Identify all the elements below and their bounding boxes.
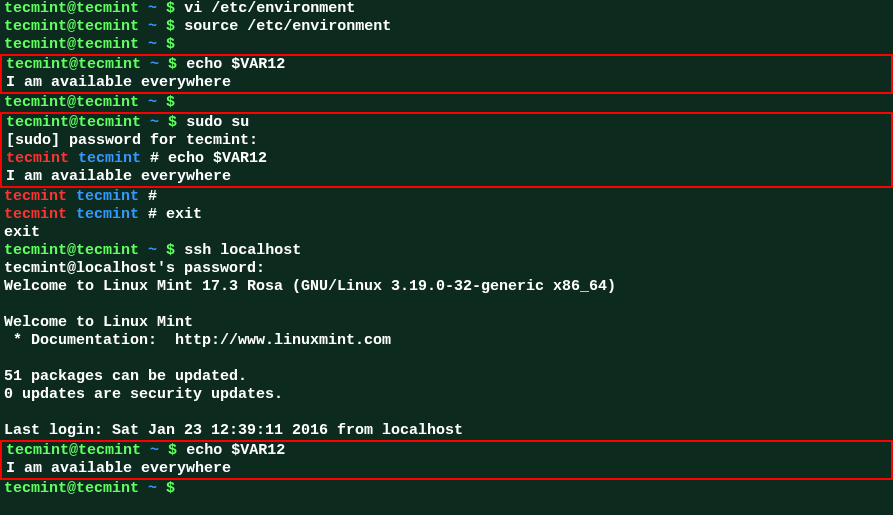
terminal-line: tecmint@tecmint ~ $ sudo su xyxy=(2,114,891,132)
terminal-output: 51 packages can be updated. xyxy=(0,368,893,386)
terminal-line: tecmint@tecmint ~ $ echo $VAR12 xyxy=(2,442,891,460)
terminal-line: tecmint@tecmint ~ $ vi /etc/environment xyxy=(0,0,893,18)
command-text: exit xyxy=(166,206,202,223)
terminal-line: tecmint@tecmint ~ $ echo $VAR12 xyxy=(2,56,891,74)
command-text: echo $VAR12 xyxy=(186,56,285,73)
highlight-box-1: tecmint@tecmint ~ $ echo $VAR12 I am ava… xyxy=(0,54,893,94)
blank-line xyxy=(0,296,893,314)
terminal-line: tecmint tecmint # exit xyxy=(0,206,893,224)
terminal-output: Welcome to Linux Mint 17.3 Rosa (GNU/Lin… xyxy=(0,278,893,296)
terminal-output: exit xyxy=(0,224,893,242)
terminal-output: I am available everywhere xyxy=(2,74,891,92)
terminal-output: [sudo] password for tecmint: xyxy=(2,132,891,150)
prompt-user-root: tecmint xyxy=(6,150,69,167)
command-text: vi /etc/environment xyxy=(184,0,355,17)
terminal-line: tecmint tecmint # echo $VAR12 xyxy=(2,150,891,168)
terminal-output: Welcome to Linux Mint xyxy=(0,314,893,332)
terminal-line: tecmint@tecmint ~ $ source /etc/environm… xyxy=(0,18,893,36)
terminal-output: tecmint@localhost's password: xyxy=(0,260,893,278)
prompt-host: tecmint xyxy=(76,0,139,17)
terminal-line: tecmint@tecmint ~ $ xyxy=(0,36,893,54)
blank-line xyxy=(0,404,893,422)
command-text: sudo su xyxy=(186,114,249,131)
command-text: source /etc/environment xyxy=(184,18,391,35)
terminal-output: I am available everywhere xyxy=(2,168,891,186)
highlight-box-3: tecmint@tecmint ~ $ echo $VAR12 I am ava… xyxy=(0,440,893,480)
terminal-output: 0 updates are security updates. xyxy=(0,386,893,404)
terminal-line: tecmint@tecmint ~ $ xyxy=(0,94,893,112)
command-text: echo $VAR12 xyxy=(168,150,267,167)
terminal-output: Last login: Sat Jan 23 12:39:11 2016 fro… xyxy=(0,422,893,440)
terminal-line: tecmint@tecmint ~ $ xyxy=(0,480,893,498)
highlight-box-2: tecmint@tecmint ~ $ sudo su [sudo] passw… xyxy=(0,112,893,188)
terminal-line: tecmint@tecmint ~ $ ssh localhost xyxy=(0,242,893,260)
terminal-output: * Documentation: http://www.linuxmint.co… xyxy=(0,332,893,350)
terminal-line: tecmint tecmint # xyxy=(0,188,893,206)
command-text: ssh localhost xyxy=(184,242,301,259)
command-text: echo $VAR12 xyxy=(186,442,285,459)
prompt-host-root: tecmint xyxy=(78,150,141,167)
blank-line xyxy=(0,350,893,368)
terminal-output: I am available everywhere xyxy=(2,460,891,478)
prompt-user: tecmint xyxy=(4,0,67,17)
prompt-path: ~ xyxy=(148,0,157,17)
